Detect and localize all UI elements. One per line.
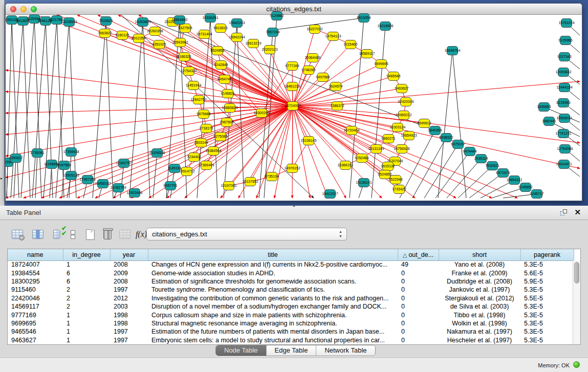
graph-node[interactable] — [392, 123, 403, 132]
graph-node[interactable] — [560, 36, 571, 45]
table-row[interactable]: 1938455462009Genome-wide association stu… — [8, 269, 574, 277]
graph-node[interactable] — [149, 27, 161, 36]
graph-node[interactable] — [429, 126, 441, 135]
graph-node[interactable] — [332, 101, 343, 111]
graph-node[interactable] — [520, 183, 531, 192]
new-document-icon[interactable] — [83, 227, 97, 242]
graph-node[interactable] — [266, 172, 277, 181]
graph-node[interactable] — [51, 15, 62, 25]
table-cell[interactable]: Estimation of the future numbers of pati… — [148, 327, 398, 336]
graph-node[interactable] — [29, 14, 40, 24]
graph-node[interactable] — [287, 101, 298, 111]
table-cell[interactable]: 5.3E-5 — [520, 336, 574, 344]
table-cell[interactable]: 1997 — [110, 336, 148, 344]
graph-node[interactable] — [201, 161, 212, 170]
graph-node[interactable] — [99, 29, 111, 38]
graph-node[interactable] — [396, 144, 407, 154]
graph-node[interactable] — [487, 161, 498, 170]
table-cell[interactable]: 2 — [63, 286, 110, 294]
graph-node[interactable] — [447, 46, 458, 55]
table-cell[interactable]: 9777169 — [8, 311, 63, 319]
graph-node[interactable] — [100, 16, 112, 26]
graph-node[interactable] — [66, 171, 77, 180]
graph-node[interactable] — [137, 17, 148, 27]
graph-node[interactable] — [464, 147, 475, 156]
table-cell[interactable]: Franke et al. (2009) — [439, 269, 520, 277]
graph-node[interactable] — [40, 16, 51, 26]
table-row[interactable]: 2242004622012Investigating the contribut… — [8, 294, 574, 302]
graph-node[interactable] — [205, 13, 216, 23]
table-cell[interactable]: 2003 — [110, 302, 148, 311]
graph-node[interactable] — [193, 95, 204, 104]
graph-node[interactable] — [175, 38, 186, 47]
column-header-name[interactable]: name — [8, 249, 63, 260]
graph-node[interactable] — [358, 178, 369, 187]
graph-node[interactable] — [558, 68, 569, 77]
graph-node[interactable] — [97, 179, 108, 188]
table-cell[interactable]: Tibbo et al. (1998) — [439, 311, 520, 319]
graph-node[interactable] — [219, 75, 230, 84]
graph-node[interactable] — [531, 189, 542, 199]
table-cell[interactable]: Genome-wide association studies in ADHD. — [148, 269, 398, 277]
table-cell[interactable]: 1997 — [110, 327, 148, 336]
close-window-button[interactable] — [10, 6, 16, 12]
graph-node[interactable] — [475, 154, 487, 163]
table-cell[interactable]: 1998 — [110, 319, 148, 327]
graph-node[interactable] — [317, 73, 329, 82]
table-cell[interactable]: Stergiakouli et al. (2012) — [439, 294, 520, 302]
table-cell[interactable]: 9699695 — [8, 319, 63, 327]
table-cell[interactable]: 2 — [63, 302, 110, 311]
network-canvas[interactable]: 1872400793275051654398281863281275432711… — [6, 15, 582, 201]
graph-node[interactable] — [201, 124, 212, 133]
graph-node[interactable] — [358, 13, 369, 23]
splitter-handle-icon[interactable]: ▲ — [292, 204, 296, 207]
graph-node[interactable] — [222, 89, 233, 98]
table-cell[interactable]: 5.3E-5 — [520, 286, 574, 294]
tab-network-table[interactable]: Network Table — [316, 345, 375, 356]
graph-node[interactable] — [356, 154, 367, 163]
graph-node[interactable] — [558, 129, 569, 138]
graph-node[interactable] — [58, 161, 70, 170]
graph-node[interactable] — [303, 136, 314, 145]
table-cell[interactable]: Tourette syndrome. Phenomenology and cla… — [148, 286, 398, 294]
graph-node[interactable] — [303, 65, 314, 75]
table-row[interactable]: 946554611997Estimation of the future num… — [8, 327, 574, 336]
graph-node[interactable] — [188, 152, 200, 162]
rows-icon[interactable] — [66, 227, 80, 242]
graph-node[interactable] — [117, 31, 128, 40]
close-panel-icon[interactable]: ✕ — [574, 208, 581, 216]
table-cell[interactable]: Wolkin et al. (1998) — [439, 319, 520, 327]
window-titlebar[interactable]: citations_edges.txt — [6, 4, 582, 15]
table-cell[interactable]: 0 — [398, 286, 439, 294]
table-cell[interactable]: 9115460 — [8, 286, 63, 294]
graph-node[interactable] — [224, 103, 235, 113]
graph-node[interactable] — [63, 17, 75, 27]
table-cell[interactable]: 0 — [398, 302, 439, 311]
table-cell[interactable]: Jankovic et al. (1997) — [439, 286, 520, 294]
column-header-in_degree[interactable]: in_degree — [63, 249, 110, 260]
graph-node[interactable] — [215, 60, 227, 70]
graph-node[interactable] — [383, 134, 394, 143]
table-cell[interactable]: 5.3E-5 — [520, 327, 574, 336]
graph-node[interactable] — [10, 154, 21, 163]
table-cell[interactable]: 0 — [398, 336, 439, 344]
graph-node[interactable] — [497, 168, 509, 178]
table-cell[interactable]: 9463627 — [8, 336, 63, 344]
table-cell[interactable]: de Silva et al. (2003) — [439, 302, 520, 311]
table-cell[interactable]: 5.3E-5 — [520, 319, 574, 327]
graph-node[interactable] — [376, 59, 387, 69]
table-cell[interactable]: Changes of HCN gene expression and I(f) … — [148, 260, 398, 269]
graph-node[interactable] — [215, 24, 226, 33]
table-cell[interactable]: 1997 — [110, 286, 148, 294]
graph-node[interactable] — [309, 25, 320, 34]
scrollbar-thumb[interactable] — [574, 262, 579, 283]
table-cell[interactable]: Yano et al. (2008) — [439, 260, 520, 269]
graph-node[interactable] — [179, 52, 190, 61]
graph-node[interactable] — [441, 133, 452, 142]
graph-node[interactable] — [174, 15, 185, 25]
graph-node[interactable] — [208, 146, 219, 156]
graph-node[interactable] — [380, 21, 391, 31]
table-select-dropdown[interactable]: citations_edges.txt ▲▼ — [146, 228, 347, 240]
table-row[interactable]: 946362711997Embryonic stem cells: a mode… — [8, 336, 574, 344]
float-panel-icon[interactable] — [560, 209, 568, 216]
